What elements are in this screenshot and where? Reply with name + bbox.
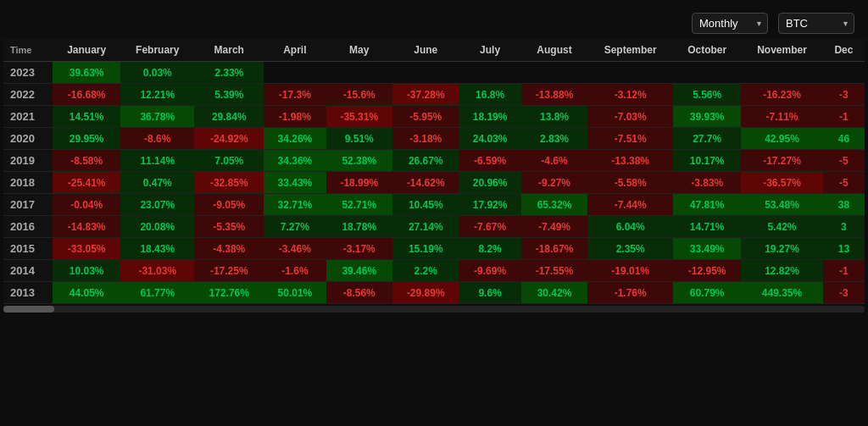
value-cell: 53.48% — [741, 194, 823, 216]
value-cell: -31.03% — [120, 260, 194, 282]
table-row: 202114.51%36.78%29.84%-1.98%-35.31%-5.95… — [3, 106, 865, 128]
value-cell: -9.69% — [459, 260, 520, 282]
value-cell: 20.08% — [120, 216, 194, 238]
value-cell: -7.51% — [587, 128, 673, 150]
value-cell: 5.42% — [741, 216, 823, 238]
col-header-march: March — [194, 39, 264, 62]
year-cell: 2023 — [3, 62, 53, 84]
value-cell: -37.28% — [392, 84, 459, 106]
value-cell: 2.33% — [194, 62, 264, 84]
value-cell: 60.79% — [673, 282, 741, 304]
scrollbar-track[interactable] — [3, 306, 865, 313]
value-cell: -4.6% — [521, 150, 587, 172]
col-header-july: July — [459, 39, 520, 62]
value-cell: -1.76% — [587, 282, 673, 304]
symbol-select[interactable]: BTC ETH LTC — [778, 13, 854, 34]
value-cell: -13.88% — [521, 84, 587, 106]
value-cell: -7.11% — [741, 106, 823, 128]
value-cell: -12.95% — [673, 260, 741, 282]
value-cell: 20.96% — [459, 172, 520, 194]
value-cell: -7.03% — [587, 106, 673, 128]
value-cell: -35.31% — [326, 106, 392, 128]
value-cell: -24.92% — [194, 128, 264, 150]
value-cell: -7.67% — [459, 216, 520, 238]
table-row: 201410.03%-31.03%-17.25%-1.6%39.46%2.2%-… — [3, 260, 865, 282]
table-header: TimeJanuaryFebruaryMarchAprilMayJuneJuly… — [3, 39, 865, 62]
year-cell: 2021 — [3, 106, 53, 128]
value-cell: 6.04% — [587, 216, 673, 238]
value-cell: 44.05% — [53, 282, 120, 304]
table-body: 202339.63%0.03%2.33%2022-16.68%12.21%5.3… — [3, 62, 865, 304]
value-cell: -7.44% — [587, 194, 673, 216]
year-cell: 2017 — [3, 194, 53, 216]
value-cell: -17.55% — [521, 260, 587, 282]
value-cell — [459, 62, 520, 84]
value-cell: 9.51% — [326, 128, 392, 150]
value-cell: 33.43% — [264, 172, 326, 194]
value-cell: -3.12% — [587, 84, 673, 106]
value-cell: -3.18% — [392, 128, 459, 150]
value-cell: 34.36% — [264, 150, 326, 172]
value-cell — [587, 62, 673, 84]
value-cell: 27.14% — [392, 216, 459, 238]
value-cell: 14.51% — [53, 106, 120, 128]
symbol-select-wrapper[interactable]: BTC ETH LTC — [778, 13, 854, 34]
year-cell: 2022 — [3, 84, 53, 106]
value-cell: -1.98% — [264, 106, 326, 128]
value-cell: 11.14% — [120, 150, 194, 172]
value-cell: 10.17% — [673, 150, 741, 172]
value-cell: 27.7% — [673, 128, 741, 150]
value-cell: -17.25% — [194, 260, 264, 282]
value-cell: 17.92% — [459, 194, 520, 216]
value-cell — [823, 62, 865, 84]
value-cell: -1.6% — [264, 260, 326, 282]
table-row: 2015-33.05%18.43%-4.38%-3.46%-3.17%15.19… — [3, 238, 865, 260]
scrollbar-thumb[interactable] — [3, 306, 54, 313]
value-cell: -18.67% — [521, 238, 587, 260]
value-cell: 32.71% — [264, 194, 326, 216]
value-cell: -5.95% — [392, 106, 459, 128]
value-cell: -8.56% — [326, 282, 392, 304]
value-cell: -1 — [823, 106, 865, 128]
value-cell: 8.2% — [459, 238, 520, 260]
value-cell: 29.95% — [53, 128, 120, 150]
type-select-wrapper[interactable]: Monthly Weekly Daily — [692, 13, 768, 34]
col-header-november: November — [741, 39, 823, 62]
value-cell: -5.35% — [194, 216, 264, 238]
table-row: 202339.63%0.03%2.33% — [3, 62, 865, 84]
value-cell: 50.01% — [264, 282, 326, 304]
year-cell: 2018 — [3, 172, 53, 194]
controls-area: Monthly Weekly Daily BTC ETH LTC — [692, 10, 854, 34]
value-cell: 13.8% — [521, 106, 587, 128]
table-row: 2019-8.58%11.14%7.05%34.36%52.38%26.67%-… — [3, 150, 865, 172]
year-cell: 2015 — [3, 238, 53, 260]
value-cell: 24.03% — [459, 128, 520, 150]
value-cell: 18.78% — [326, 216, 392, 238]
value-cell: 52.71% — [326, 194, 392, 216]
value-cell: -17.27% — [741, 150, 823, 172]
value-cell: 29.84% — [194, 106, 264, 128]
returns-table: TimeJanuaryFebruaryMarchAprilMayJuneJuly… — [3, 39, 865, 304]
col-header-dec: Dec — [823, 39, 865, 62]
value-cell: 2.83% — [521, 128, 587, 150]
type-select[interactable]: Monthly Weekly Daily — [692, 13, 768, 34]
value-cell — [521, 62, 587, 84]
value-cell: 12.82% — [741, 260, 823, 282]
value-cell — [741, 62, 823, 84]
value-cell: 61.77% — [120, 282, 194, 304]
value-cell — [326, 62, 392, 84]
col-header-april: April — [264, 39, 326, 62]
col-header-september: September — [587, 39, 673, 62]
value-cell: 0.03% — [120, 62, 194, 84]
table-container[interactable]: TimeJanuaryFebruaryMarchAprilMayJuneJuly… — [3, 39, 865, 304]
table-row: 202029.95%-8.6%-24.92%34.26%9.51%-3.18%2… — [3, 128, 865, 150]
value-cell: -3.17% — [326, 238, 392, 260]
table-row: 2016-14.83%20.08%-5.35%7.27%18.78%27.14%… — [3, 216, 865, 238]
value-cell: 52.38% — [326, 150, 392, 172]
value-cell: 172.76% — [194, 282, 264, 304]
col-header-time: Time — [3, 39, 53, 62]
col-header-february: February — [120, 39, 194, 62]
value-cell: -9.05% — [194, 194, 264, 216]
year-cell: 2020 — [3, 128, 53, 150]
value-cell: -1 — [823, 260, 865, 282]
